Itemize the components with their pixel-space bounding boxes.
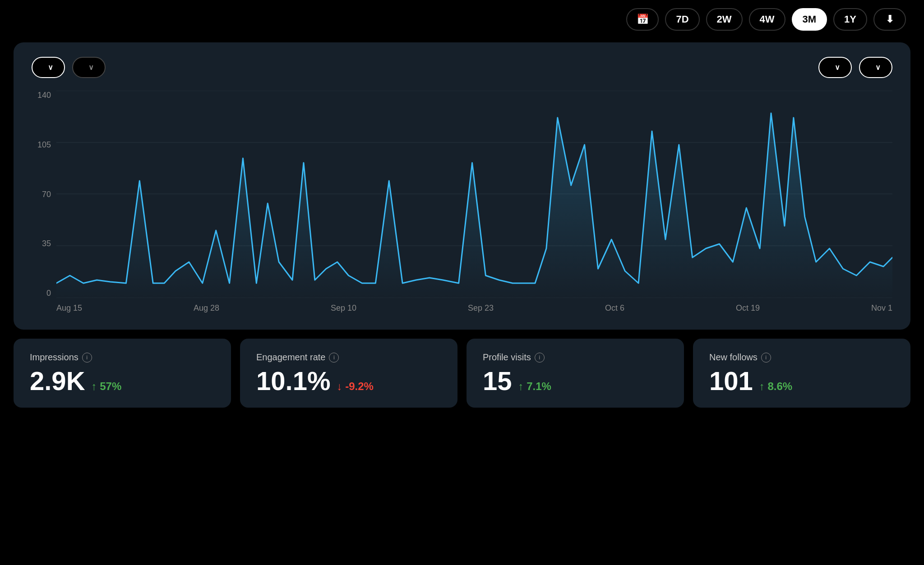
y-axis-label: 105	[32, 140, 56, 150]
stat-card: Engagement ratei10.1% -9.2%	[240, 339, 457, 408]
time-btn-download[interactable]: ⬇	[873, 8, 906, 31]
secondary-metric-dropdown[interactable]: ∨	[72, 57, 106, 78]
interval-dropdown[interactable]: ∨	[859, 57, 892, 78]
x-axis-label: Sep 10	[331, 303, 356, 313]
stat-label-text: Profile visits	[483, 352, 531, 363]
time-btn-1y[interactable]: 1Y	[833, 8, 867, 31]
time-btn-calendar[interactable]: 📅	[626, 8, 659, 31]
stats-row: Impressionsi2.9K 57%Engagement ratei10.1…	[14, 339, 910, 408]
info-icon[interactable]: i	[535, 353, 545, 363]
chart-type-dropdown[interactable]: ∨	[818, 57, 852, 78]
chart-controls: ∨ ∨ ∨ ∨	[32, 57, 892, 78]
x-axis-label: Oct 19	[736, 303, 760, 313]
stat-label: Engagement ratei	[256, 352, 441, 363]
stat-change: 8.6%	[759, 381, 792, 392]
primary-metric-dropdown[interactable]: ∨	[32, 57, 65, 78]
time-btn-3m[interactable]: 3M	[792, 8, 827, 31]
stat-change: -9.2%	[337, 381, 373, 392]
x-axis-label: Sep 23	[468, 303, 494, 313]
chevron-down-icon: ∨	[875, 63, 881, 72]
x-axis-label: Aug 28	[194, 303, 219, 313]
stat-value: 15 7.1%	[483, 368, 668, 394]
stat-value-number: 101	[709, 368, 753, 394]
chart-controls-left: ∨ ∨	[32, 57, 106, 78]
chevron-down-icon: ∨	[88, 63, 94, 72]
stat-value-number: 15	[483, 368, 512, 394]
time-btn-2w[interactable]: 2W	[706, 8, 743, 31]
chevron-down-icon: ∨	[835, 63, 840, 72]
stat-card: Profile visitsi15 7.1%	[467, 339, 684, 408]
stat-label: Impressionsi	[30, 352, 215, 363]
stat-label: New followsi	[709, 352, 894, 363]
y-axis-label: 0	[32, 289, 56, 298]
stat-label-text: Impressions	[30, 352, 79, 363]
arrow-down-icon	[337, 380, 342, 392]
stat-label-text: New follows	[709, 352, 758, 363]
stat-label: Profile visitsi	[483, 352, 668, 363]
chart-area: 03570105140	[32, 91, 892, 316]
info-icon[interactable]: i	[82, 353, 92, 363]
stat-value-number: 10.1%	[256, 368, 330, 394]
chart-container: ∨ ∨ ∨ ∨ 03570105140	[14, 42, 910, 330]
arrow-up-icon	[759, 380, 765, 392]
chart-controls-right: ∨ ∨	[818, 57, 892, 78]
info-icon[interactable]: i	[761, 353, 771, 363]
chevron-down-icon: ∨	[48, 63, 53, 72]
arrow-up-icon	[518, 380, 524, 392]
x-axis-label: Nov 1	[871, 303, 892, 313]
time-btn-4w[interactable]: 4W	[749, 8, 785, 31]
header: 📅7D2W4W3M1Y⬇	[0, 0, 924, 38]
stat-change: 7.1%	[518, 381, 551, 392]
arrow-up-icon	[92, 380, 97, 392]
y-axis: 03570105140	[32, 91, 56, 298]
stat-value: 10.1% -9.2%	[256, 368, 441, 394]
stat-change: 57%	[92, 381, 122, 392]
chart-svg	[56, 91, 892, 298]
time-btn-7d[interactable]: 7D	[665, 8, 699, 31]
stat-value: 101 8.6%	[709, 368, 894, 394]
stat-label-text: Engagement rate	[256, 352, 325, 363]
stat-value: 2.9K 57%	[30, 368, 215, 394]
time-range-controls: 📅7D2W4W3M1Y⬇	[626, 8, 906, 31]
stat-value-number: 2.9K	[30, 368, 85, 394]
x-axis: Aug 15Aug 28Sep 10Sep 23Oct 6Oct 19Nov 1	[56, 300, 892, 316]
x-axis-label: Aug 15	[56, 303, 82, 313]
y-axis-label: 70	[32, 190, 56, 199]
y-axis-label: 140	[32, 91, 56, 100]
stat-card: Impressionsi2.9K 57%	[14, 339, 231, 408]
x-axis-label: Oct 6	[605, 303, 624, 313]
y-axis-label: 35	[32, 239, 56, 248]
stat-card: New followsi101 8.6%	[693, 339, 910, 408]
info-icon[interactable]: i	[329, 353, 339, 363]
